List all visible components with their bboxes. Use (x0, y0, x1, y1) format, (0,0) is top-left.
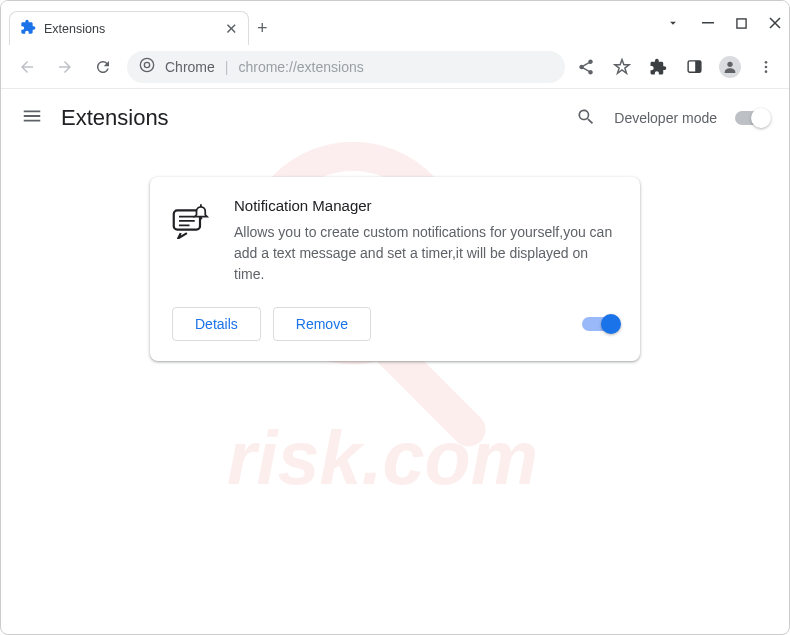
developer-mode-label: Developer mode (614, 110, 717, 126)
details-button[interactable]: Details (172, 307, 261, 341)
new-tab-button[interactable]: + (257, 11, 268, 45)
svg-point-11 (765, 65, 768, 68)
minimize-icon[interactable] (702, 17, 714, 29)
chevron-down-icon[interactable] (666, 16, 680, 30)
bookmark-star-icon[interactable] (611, 56, 633, 78)
svg-text:risk.com: risk.com (227, 416, 538, 500)
svg-rect-4 (737, 18, 746, 27)
svg-point-10 (765, 61, 768, 64)
svg-rect-3 (702, 22, 714, 24)
share-icon[interactable] (575, 56, 597, 78)
maximize-icon[interactable] (736, 18, 747, 29)
chrome-logo-icon (139, 57, 155, 76)
hamburger-menu-icon[interactable] (21, 105, 43, 131)
search-icon[interactable] (576, 107, 596, 130)
svg-point-9 (727, 61, 732, 66)
tab-title: Extensions (44, 22, 105, 36)
extension-card: Notification Manager Allows you to creat… (150, 177, 640, 361)
address-origin: Chrome (165, 59, 215, 75)
extension-puzzle-icon (20, 19, 36, 38)
svg-point-12 (765, 70, 768, 73)
svg-rect-8 (695, 61, 701, 72)
forward-button[interactable] (51, 53, 79, 81)
extension-description: Allows you to create custom notification… (234, 222, 618, 285)
browser-tab[interactable]: Extensions ✕ (9, 11, 249, 45)
close-window-icon[interactable] (769, 17, 781, 29)
address-path: chrome://extensions (238, 59, 363, 75)
address-bar[interactable]: Chrome | chrome://extensions (127, 51, 565, 83)
svg-point-17 (200, 217, 203, 220)
back-button[interactable] (13, 53, 41, 81)
extension-enabled-toggle[interactable] (582, 317, 618, 331)
developer-mode-toggle[interactable] (735, 111, 769, 125)
reload-button[interactable] (89, 53, 117, 81)
extension-name: Notification Manager (234, 197, 618, 214)
sidepanel-icon[interactable] (683, 56, 705, 78)
menu-dots-icon[interactable] (755, 56, 777, 78)
remove-button[interactable]: Remove (273, 307, 371, 341)
close-tab-icon[interactable]: ✕ (225, 20, 238, 38)
svg-point-6 (144, 62, 149, 67)
extensions-puzzle-icon[interactable] (647, 56, 669, 78)
notification-icon (172, 197, 214, 285)
page-title: Extensions (61, 105, 169, 131)
profile-avatar-icon[interactable] (719, 56, 741, 78)
svg-point-5 (140, 58, 153, 71)
